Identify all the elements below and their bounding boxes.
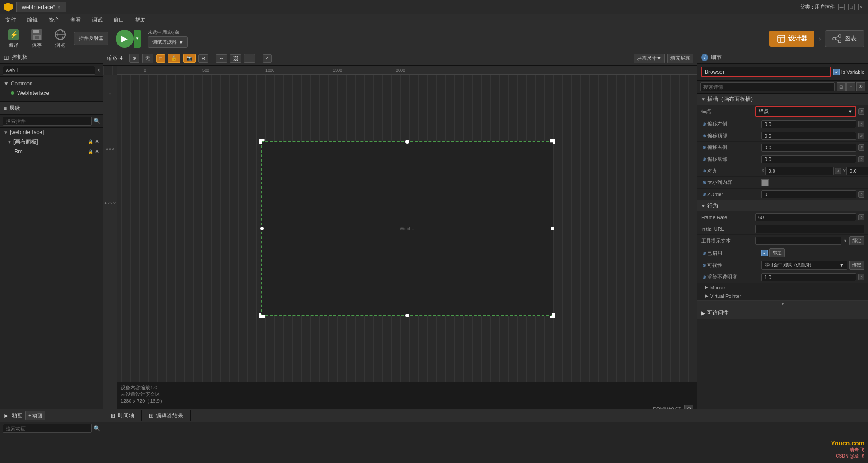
behavior-section-header[interactable]: ▼ 行为 — [697, 200, 868, 211]
is-variable-checkbox[interactable]: ✓ — [833, 69, 840, 75]
hier-item-canvas[interactable]: ▼ [画布面板] 🔒 👁 — [0, 137, 103, 147]
frame-handle-tl[interactable] — [259, 139, 265, 144]
offset-bottom-reset-btn[interactable]: ↺ — [858, 156, 864, 162]
offset-top-input[interactable] — [761, 132, 856, 140]
frame-handle-rm[interactable] — [551, 227, 554, 230]
search-clear-icon[interactable]: × — [97, 67, 100, 73]
fill-screen-btn[interactable]: 填充屏幕 — [667, 54, 693, 63]
zorder-reset-btn[interactable]: ↺ — [858, 191, 864, 198]
offset-right-reset-btn[interactable]: ↺ — [858, 144, 864, 151]
tab-close[interactable]: × — [58, 5, 60, 10]
menu-help[interactable]: 帮助 — [133, 15, 148, 25]
reflect-btn[interactable]: 控件反射器 — [74, 32, 108, 45]
control-board-search-input[interactable] — [3, 66, 95, 75]
tooltip-bind-btn[interactable]: 绑定 — [849, 236, 864, 245]
lock-btn[interactable]: 🔒 — [168, 54, 180, 63]
mouse-toggle: ▶ — [705, 284, 708, 290]
tooltip-input[interactable] — [755, 237, 841, 245]
frame-handle-br[interactable] — [550, 313, 555, 318]
debug-filter-btn[interactable]: 调试过滤器 ▼ — [148, 36, 188, 48]
hier-item-webinterface[interactable]: ▼ [webInterface] — [0, 128, 103, 137]
hierarchy-icon: ≡ — [4, 105, 7, 112]
editor-tab[interactable]: webInterface* × — [16, 2, 66, 12]
alignment-x-reset[interactable]: ↺ — [835, 168, 841, 174]
visibility-value: 非可会中测试（仅自身） — [765, 262, 814, 268]
mouse-section-header[interactable]: ▶ Mouse — [697, 283, 868, 292]
win-minimize-btn[interactable]: — — [838, 4, 845, 10]
component-name-input[interactable] — [701, 67, 831, 77]
anchor-reset-btn[interactable]: ↺ — [858, 108, 864, 115]
slot-section-header[interactable]: ▼ 插槽（画布面板槽） — [697, 94, 868, 105]
enabled-checkbox[interactable]: ✓ — [761, 250, 768, 256]
r-btn[interactable]: R — [198, 54, 208, 63]
common-section-header[interactable]: ▼ Common — [0, 79, 103, 89]
compile-btn[interactable]: ⚡ 编译 — [4, 27, 23, 50]
run-btn[interactable]: ▶ — [116, 30, 134, 48]
screen-size-btn[interactable]: 屏幕尺寸▼ — [634, 54, 665, 63]
visibility-dropdown[interactable]: 非可会中测试（仅自身） ▼ — [761, 261, 847, 270]
detail-search-input[interactable] — [700, 82, 835, 91]
tab-compiler[interactable]: ⊞ 编译器结果 — [142, 410, 191, 421]
dots-btn[interactable]: ⋯ — [244, 54, 255, 63]
run-dropdown[interactable]: ▼ — [134, 30, 141, 48]
zorder-input[interactable] — [761, 190, 856, 198]
offset-left-reset-btn[interactable]: ↺ — [858, 121, 864, 127]
virtual-pointer-section-header[interactable]: ▶ Virtual Pointer — [697, 292, 868, 300]
render-opacity-input[interactable] — [761, 273, 856, 281]
canvas-viewport[interactable]: 0 500 1000 1500 2000 0 5 0 0 1 0 0 0 — [103, 66, 697, 409]
4-btn[interactable]: 4 — [263, 54, 272, 63]
canvas-frame[interactable]: WebI... — [261, 141, 553, 316]
menu-debug[interactable]: 调试 — [90, 15, 104, 25]
camera-btn[interactable]: 📷 — [183, 54, 196, 63]
frame-rate-label: Frame Rate — [701, 215, 755, 220]
dpi-settings-btn[interactable]: ⚙ — [684, 405, 693, 409]
render-opacity-reset[interactable]: ↺ — [858, 274, 864, 280]
frame-handle-lm[interactable] — [260, 227, 264, 230]
webinterface-item[interactable]: WebInterface — [0, 89, 103, 98]
hier-item-bro[interactable]: Bro 🔒 👁 — [0, 147, 103, 156]
arrows-btn[interactable]: ↔ — [216, 54, 227, 63]
accessibility-section-header[interactable]: ▶ 可访问性 — [697, 307, 868, 319]
alignment-y-input[interactable] — [846, 167, 868, 175]
frame-rate-reset[interactable]: ↺ — [858, 214, 864, 220]
detail-list-view-btn[interactable]: ≡ — [846, 82, 855, 91]
compile-icon: ⚡ — [7, 28, 20, 41]
menu-edit[interactable]: 编辑 — [25, 15, 40, 25]
offset-bottom-input[interactable] — [761, 155, 856, 163]
anim-search-input[interactable] — [3, 424, 92, 433]
menu-file[interactable]: 文件 — [4, 15, 18, 25]
save-btn[interactable]: 保存 — [27, 27, 47, 50]
detail-eye-btn[interactable]: 👁 — [856, 82, 865, 91]
enabled-bind-btn[interactable]: 绑定 — [769, 248, 785, 257]
is-variable-check: ✓ Is Variable — [833, 69, 864, 75]
frame-handle-bm[interactable] — [405, 314, 409, 317]
visibility-bind-btn[interactable]: 绑定 — [849, 261, 864, 270]
browse-btn[interactable]: 浏览 — [50, 27, 70, 50]
none-btn[interactable]: 无 — [142, 54, 153, 63]
graph-btn[interactable]: 图表 — [825, 30, 864, 47]
menu-window[interactable]: 窗口 — [112, 15, 126, 25]
initial-url-input[interactable] — [755, 225, 864, 233]
menu-view[interactable]: 查看 — [68, 15, 83, 25]
globe-btn[interactable]: ⊕ — [129, 54, 139, 63]
win-maximize-btn[interactable]: □ — [848, 4, 855, 10]
offset-top-reset-btn[interactable]: ↺ — [858, 133, 864, 139]
win-close-btn[interactable]: × — [858, 4, 864, 10]
square-btn[interactable]: □ — [156, 54, 166, 63]
frame-handle-tm[interactable] — [405, 140, 409, 144]
anchor-dropdown[interactable]: 锚点 ▼ — [755, 106, 856, 117]
detail-grid-view-btn[interactable]: ⊞ — [837, 82, 846, 91]
name-row: ✓ Is Variable — [697, 64, 868, 81]
img-btn[interactable]: 🖼 — [230, 54, 241, 63]
menu-asset[interactable]: 资产 — [47, 15, 61, 25]
frame-handle-tr[interactable] — [550, 139, 555, 144]
alignment-x-input[interactable] — [765, 167, 834, 175]
offset-right-input[interactable] — [761, 144, 856, 152]
hierarchy-search-input[interactable] — [3, 117, 92, 126]
tab-timeline[interactable]: ⊞ 时间轴 — [103, 410, 142, 421]
offset-left-input[interactable] — [761, 120, 856, 128]
designer-btn[interactable]: 设计器 — [769, 31, 814, 47]
add-animation-btn[interactable]: + 动画 — [25, 411, 45, 420]
frame-handle-bl[interactable] — [259, 313, 265, 318]
frame-rate-input[interactable] — [755, 213, 856, 221]
